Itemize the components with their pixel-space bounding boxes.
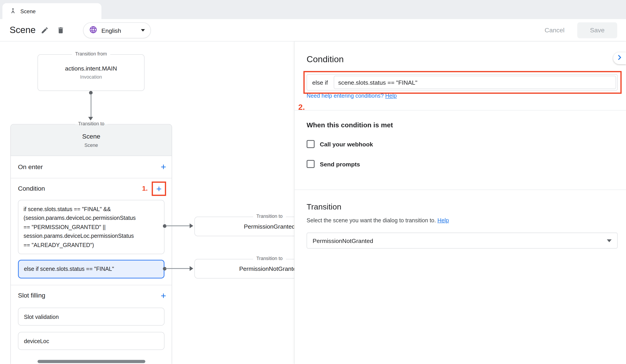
slot-filling-label: Slot filling — [18, 292, 161, 299]
transition-scene-dropdown[interactable]: PermissionNotGranted — [307, 233, 618, 249]
scene-node-header[interactable]: Scene Scene — [11, 124, 172, 156]
send-prompts-label[interactable]: Send prompts — [320, 161, 360, 167]
condition-item-2-selected[interactable]: else if scene.slots.status == "FINAL" — [18, 260, 164, 279]
chevron-down-icon — [607, 239, 612, 242]
chevron-right-icon — [616, 53, 624, 63]
transition-from-node[interactable]: Transition from actions.intent.MAIN Invo… — [38, 54, 145, 91]
page-title: Scene — [10, 25, 36, 36]
details-panel: Condition 2. else if Need help entering … — [294, 41, 626, 364]
connector-line — [91, 94, 91, 117]
transition-to-legend: Transition to — [253, 256, 286, 261]
target-scene-name: PermissionNotGranted — [239, 265, 294, 272]
send-prompts-checkbox[interactable] — [307, 160, 315, 168]
condition-section-label: Condition — [18, 185, 142, 192]
pencil-icon — [41, 26, 49, 36]
language-label: English — [101, 27, 137, 34]
add-slot-icon[interactable]: + — [161, 291, 166, 300]
panel-divider — [295, 189, 626, 190]
condition-expression-input[interactable] — [334, 76, 616, 89]
slot-item-deviceloc[interactable]: deviceLoc — [18, 332, 164, 350]
on-enter-section: On enter + — [11, 156, 172, 179]
annotation-highlight-box-1: + — [152, 182, 166, 196]
call-webhook-checkbox[interactable] — [307, 140, 315, 148]
globe-icon — [89, 25, 97, 35]
transition-heading: Transition — [307, 202, 342, 212]
horizontal-scrollbar-thumb[interactable] — [38, 360, 145, 363]
slot-filling-section-header: Slot filling + — [11, 285, 172, 306]
condition-help-link[interactable]: Help — [385, 93, 396, 99]
webhook-checkbox-row: Call your webhook — [307, 140, 373, 148]
condition-editor-row: else if — [307, 74, 618, 90]
scene-node-title: Scene — [11, 124, 172, 140]
save-button[interactable]: Save — [577, 22, 617, 38]
condition-item-1[interactable]: if scene.slots.status == "FINAL" && (ses… — [18, 200, 164, 254]
language-selector[interactable]: English — [83, 22, 151, 38]
intent-name: actions.intent.MAIN — [38, 65, 144, 72]
target-node-permission-granted[interactable]: Transition to PermissionGranted — [194, 217, 294, 236]
transition-to-legend: Transition to — [75, 121, 108, 126]
app-window: Scene Scene English Cancel Save Tr — [0, 0, 626, 364]
call-webhook-label[interactable]: Call your webhook — [320, 141, 373, 147]
on-enter-label: On enter — [18, 163, 161, 171]
transition-description-text: Select the scene you want the dialog to … — [307, 217, 437, 223]
target-node-permission-not-granted[interactable]: Transition to PermissionNotGranted — [194, 259, 294, 278]
intent-type: Invocation — [38, 74, 144, 80]
condition-operator-select[interactable]: else if — [307, 79, 333, 86]
tab-bar: Scene — [0, 0, 626, 19]
target-scene-name: PermissionGranted — [244, 223, 294, 230]
cancel-button[interactable]: Cancel — [545, 27, 565, 34]
transition-description: Select the scene you want the dialog to … — [307, 217, 449, 223]
panel-divider — [295, 110, 626, 110]
scene-node: Transition to Scene Scene On enter + Con… — [10, 124, 172, 364]
help-prefix: Need help entering conditions? — [307, 93, 385, 99]
add-on-enter-icon[interactable]: + — [161, 162, 166, 172]
edit-scene-button[interactable] — [40, 26, 50, 36]
condition-help-text: Need help entering conditions? Help — [307, 93, 397, 99]
flow-canvas: Transition from actions.intent.MAIN Invo… — [0, 41, 294, 364]
header: Scene English Cancel Save — [0, 19, 626, 41]
trash-icon — [57, 26, 65, 36]
transition-from-legend: Transition from — [72, 51, 110, 57]
scene-node-subtitle: Scene — [11, 142, 172, 148]
annotation-step-1: 1. — [142, 185, 148, 193]
actions-logo-icon — [10, 7, 16, 15]
arrow-down-icon — [88, 117, 93, 121]
tab-scene[interactable]: Scene — [2, 3, 102, 19]
delete-scene-button[interactable] — [56, 26, 66, 36]
chevron-down-icon — [141, 29, 145, 32]
arrow-right-icon — [190, 223, 193, 228]
collapse-panel-button[interactable] — [613, 52, 626, 64]
arrow-right-icon — [190, 266, 193, 271]
transition-to-legend: Transition to — [253, 214, 286, 219]
when-condition-met-heading: When this condition is met — [307, 121, 393, 129]
condition-heading: Condition — [307, 54, 344, 65]
connector-line — [166, 225, 190, 226]
transition-scene-value: PermissionNotGranted — [313, 237, 607, 244]
connector-line — [166, 268, 190, 269]
add-condition-icon[interactable]: + — [156, 184, 161, 193]
slot-item-validation[interactable]: Slot validation — [18, 308, 164, 326]
prompts-checkbox-row: Send prompts — [307, 160, 360, 168]
condition-section-header: Condition 1. + — [11, 178, 172, 199]
tab-label: Scene — [20, 8, 36, 14]
transition-help-link[interactable]: Help — [437, 217, 449, 223]
